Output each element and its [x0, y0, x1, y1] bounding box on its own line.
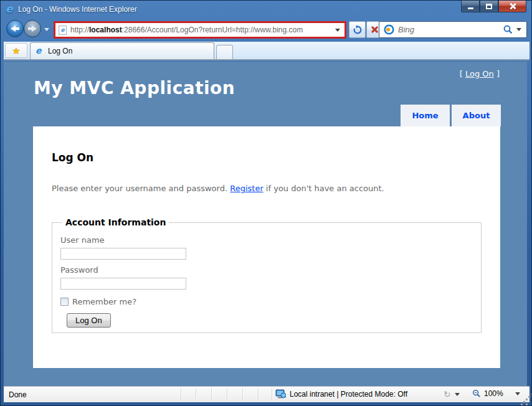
minimize-button[interactable] [461, 1, 480, 12]
forward-button[interactable] [24, 20, 41, 37]
nav-about[interactable]: About [452, 105, 501, 126]
address-dropdown[interactable] [335, 29, 340, 32]
refresh-button[interactable] [349, 21, 366, 38]
ghost-refresh-icon: ↻ [444, 389, 451, 399]
remember-me-row: Remember me? [60, 297, 481, 306]
window-controls [461, 1, 526, 12]
resize-grip[interactable] [526, 399, 528, 400]
status-bar: Done Local intranet | Protected Mode: Of… [4, 386, 530, 402]
forward-arrow-icon [28, 26, 37, 32]
logon-status-link[interactable]: Log On [465, 69, 494, 78]
stop-icon [371, 26, 379, 34]
favorites-star-button[interactable]: ★ [5, 43, 27, 58]
zoom-dropdown-icon [515, 392, 520, 395]
close-button[interactable] [498, 1, 526, 12]
site-nav: Home About [401, 105, 501, 126]
login-status: [ Log On ] [460, 69, 500, 78]
local-intranet-icon [275, 389, 286, 399]
recent-pages-dropdown[interactable] [44, 28, 49, 31]
refresh-icon [353, 25, 363, 35]
title-bar: e Log On - Windows Internet Explorer [1, 1, 531, 18]
account-information-fieldset: Account Information User name Password R… [52, 217, 482, 333]
remember-me-label: Remember me? [72, 297, 136, 306]
window-title: Log On - Windows Internet Explorer [18, 5, 137, 14]
password-field[interactable] [60, 278, 186, 290]
browser-viewport: My MVC Application [ Log On ] Home About… [4, 62, 527, 387]
bing-logo-icon [384, 24, 394, 35]
register-link[interactable]: Register [230, 184, 264, 193]
close-icon [509, 2, 516, 10]
password-label: Password [60, 265, 481, 275]
username-label: User name [60, 235, 481, 245]
search-options-dropdown[interactable] [516, 28, 521, 31]
tab-favicon-icon: e [36, 47, 44, 55]
maximize-button[interactable] [480, 1, 498, 12]
page-heading: Log On [52, 151, 93, 164]
search-magnifier-icon[interactable] [503, 25, 513, 34]
page-content: Log On Please enter your username and pa… [33, 126, 500, 368]
minimize-icon [468, 7, 473, 9]
remember-me-checkbox[interactable] [60, 298, 69, 306]
ie-window: e Log On - Windows Internet Explorer e h… [0, 0, 532, 406]
ie-logo-icon: e [6, 4, 16, 14]
site-title: My MVC Application [34, 78, 235, 98]
username-field[interactable] [60, 248, 186, 260]
zone-text: Local intranet | Protected Mode: Off [290, 390, 407, 399]
zoom-control[interactable]: 100% [472, 389, 520, 398]
new-tab-button[interactable] [216, 45, 233, 59]
log-on-button[interactable]: Log On [67, 313, 111, 328]
tab-title: Log On [48, 47, 72, 55]
address-input[interactable]: http://localhost:28666/Account/LogOn?ret… [70, 26, 335, 34]
back-button[interactable] [6, 20, 24, 37]
fieldset-legend: Account Information [62, 217, 169, 227]
tab-log-on[interactable]: e Log On [30, 42, 214, 59]
back-arrow-icon [11, 26, 19, 32]
search-input[interactable]: Bing [398, 25, 503, 34]
status-text: Done [9, 390, 27, 399]
zoom-level: 100% [484, 389, 503, 398]
star-icon: ★ [12, 45, 20, 56]
url-highlight-annotation: e http://localhost:28666/Account/LogOn?r… [54, 21, 346, 39]
privacy-report-control[interactable]: ↻ [444, 389, 460, 399]
nav-home[interactable]: Home [401, 105, 450, 126]
privacy-dropdown-icon [455, 393, 460, 396]
maximize-icon [486, 4, 492, 9]
security-zone: Local intranet | Protected Mode: Off [275, 389, 407, 399]
search-box[interactable]: Bing [379, 21, 527, 38]
intro-text: Please enter your username and password.… [52, 184, 384, 193]
tab-bar: ★ e Log On [4, 42, 530, 60]
address-toolbar: e http://localhost:28666/Account/LogOn?r… [1, 18, 531, 42]
zoom-magnifier-icon [472, 389, 481, 398]
page-document-icon: e [59, 26, 67, 35]
